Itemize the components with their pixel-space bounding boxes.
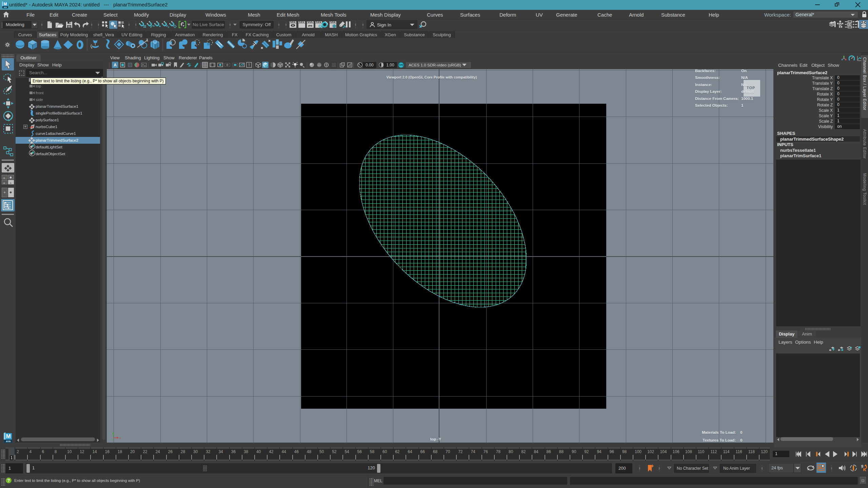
svg-text:AYA: AYA	[4, 6, 7, 8]
svg-text:T: T	[248, 63, 250, 67]
svg-text:M: M	[6, 433, 11, 440]
svg-text:A: A	[114, 63, 117, 67]
svg-text:y: y	[112, 438, 113, 441]
svg-text:AYA: AYA	[6, 440, 11, 443]
svg-text:IPR: IPR	[308, 24, 313, 27]
svg-text:x: x	[119, 436, 121, 440]
svg-text:M: M	[4, 2, 7, 6]
